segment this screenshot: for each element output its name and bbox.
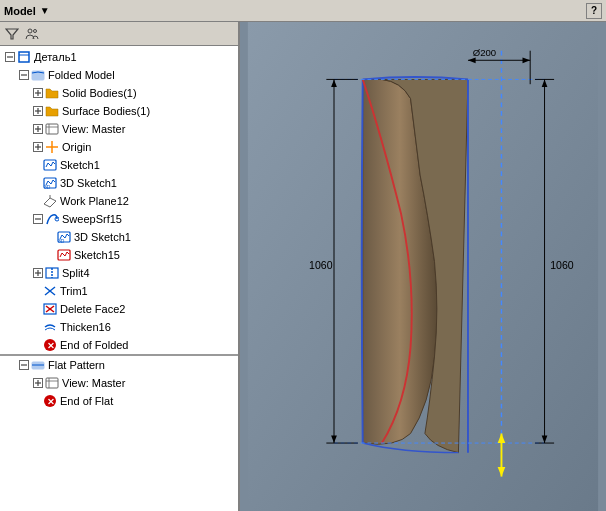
expand-icon[interactable] — [32, 339, 42, 351]
expand-icon[interactable] — [32, 177, 42, 189]
expand-icon[interactable] — [32, 195, 42, 207]
expand-icon[interactable] — [46, 231, 56, 243]
expand-icon[interactable] — [32, 87, 44, 99]
expand-icon[interactable] — [18, 359, 30, 371]
svg-text:3D: 3D — [58, 238, 65, 244]
title-dropdown-icon[interactable]: ▼ — [40, 5, 50, 16]
title-bar: Model ▼ ? — [0, 0, 606, 22]
tree-item[interactable]: Surface Bodies(1) — [0, 102, 238, 120]
tree-item[interactable]: Деталь1 — [0, 48, 238, 66]
node-label: Split4 — [62, 267, 90, 279]
expand-icon[interactable] — [18, 69, 30, 81]
svg-text:3D: 3D — [44, 184, 51, 190]
expand-icon[interactable] — [32, 159, 42, 171]
view-panel: Ø200 1060 1060 — [240, 22, 606, 511]
tree-item[interactable]: Trim1 — [0, 282, 238, 300]
tree-item[interactable]: View: Master — [0, 374, 238, 392]
tree-item[interactable]: Flat Pattern — [0, 356, 238, 374]
tree-item[interactable]: Folded Model — [0, 66, 238, 84]
main-content: Деталь1Folded ModelSolid Bodies(1)Surfac… — [0, 22, 606, 511]
node-label: Folded Model — [48, 69, 115, 81]
node-label: Work Plane12 — [60, 195, 129, 207]
node-icon — [44, 375, 60, 391]
node-label: View: Master — [62, 123, 125, 135]
node-label: 3D Sketch1 — [60, 177, 117, 189]
expand-icon[interactable] — [32, 321, 42, 333]
tree-item[interactable]: 3D3D Sketch1 — [0, 228, 238, 246]
node-icon — [44, 103, 60, 119]
tree-item[interactable]: Delete Face2 — [0, 300, 238, 318]
tree-item[interactable]: Split4 — [0, 264, 238, 282]
node-icon: 3D — [56, 229, 72, 245]
tree-item[interactable]: Work Plane12 — [0, 192, 238, 210]
people-icon[interactable] — [24, 26, 40, 42]
node-label: Sketch15 — [74, 249, 120, 261]
node-icon — [42, 193, 58, 209]
node-label: Delete Face2 — [60, 303, 125, 315]
title-bar-left: Model ▼ — [4, 5, 50, 17]
node-label: End of Folded — [60, 339, 129, 351]
svg-text:✕: ✕ — [47, 397, 55, 407]
node-label: 3D Sketch1 — [74, 231, 131, 243]
svg-text:1060: 1060 — [309, 259, 333, 271]
node-label: View: Master — [62, 377, 125, 389]
svg-point-1 — [28, 29, 32, 33]
tree-item[interactable]: 3D3D Sketch1 — [0, 174, 238, 192]
model-canvas: Ø200 1060 1060 — [240, 22, 606, 511]
node-icon — [30, 67, 46, 83]
help-button[interactable]: ? — [586, 3, 602, 19]
node-icon — [42, 157, 58, 173]
expand-icon[interactable] — [32, 105, 44, 117]
node-label: Solid Bodies(1) — [62, 87, 137, 99]
svg-text:✕: ✕ — [47, 341, 55, 351]
expand-icon[interactable] — [32, 285, 42, 297]
tree-item[interactable]: ✕End of Flat — [0, 392, 238, 410]
node-icon: 3D — [42, 175, 58, 191]
node-label: Деталь1 — [34, 51, 77, 63]
expand-icon[interactable] — [32, 267, 44, 279]
svg-marker-0 — [6, 29, 18, 39]
node-icon — [42, 319, 58, 335]
filter-icon[interactable] — [4, 26, 20, 42]
tree-item[interactable]: ✕End of Folded — [0, 336, 238, 354]
node-label: Sketch1 — [60, 159, 100, 171]
node-label: Origin — [62, 141, 91, 153]
tree-toolbar — [0, 22, 238, 46]
tree-item[interactable]: Solid Bodies(1) — [0, 84, 238, 102]
tree-item[interactable]: Sketch1 — [0, 156, 238, 174]
tree-item[interactable]: Thicken16 — [0, 318, 238, 336]
svg-rect-19 — [46, 124, 58, 134]
expand-icon[interactable] — [32, 123, 44, 135]
node-label: SweepSrf15 — [62, 213, 122, 225]
node-label: Flat Pattern — [48, 359, 105, 371]
node-label: Thicken16 — [60, 321, 111, 333]
tree-item[interactable]: SweepSrf15 — [0, 210, 238, 228]
svg-rect-54 — [46, 378, 58, 388]
expand-icon[interactable] — [32, 303, 42, 315]
node-icon — [42, 301, 58, 317]
tree-item[interactable]: View: Master — [0, 120, 238, 138]
node-icon — [44, 121, 60, 137]
tree-panel: Деталь1Folded ModelSolid Bodies(1)Surfac… — [0, 22, 240, 511]
node-icon — [42, 283, 58, 299]
expand-icon[interactable] — [46, 249, 56, 261]
svg-rect-5 — [19, 52, 29, 62]
node-icon — [44, 265, 60, 281]
tree-content[interactable]: Деталь1Folded ModelSolid Bodies(1)Surfac… — [0, 46, 238, 511]
expand-icon[interactable] — [32, 141, 44, 153]
node-icon — [56, 247, 72, 263]
node-icon — [44, 211, 60, 227]
node-icon — [44, 139, 60, 155]
node-icon: ✕ — [42, 393, 58, 409]
node-label: Surface Bodies(1) — [62, 105, 150, 117]
svg-text:Ø200: Ø200 — [473, 47, 496, 58]
node-icon — [30, 357, 46, 373]
expand-icon[interactable] — [32, 395, 42, 407]
expand-icon[interactable] — [32, 377, 44, 389]
svg-text:1060: 1060 — [550, 259, 574, 271]
tree-item[interactable]: Origin — [0, 138, 238, 156]
expand-icon[interactable] — [32, 213, 44, 225]
title-text: Model — [4, 5, 36, 17]
expand-icon[interactable] — [4, 51, 16, 63]
tree-item[interactable]: Sketch15 — [0, 246, 238, 264]
